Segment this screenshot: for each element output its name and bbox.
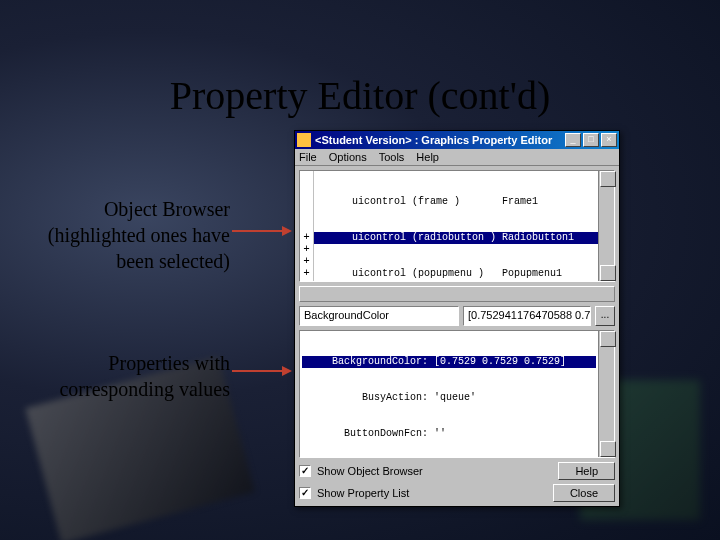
menu-file[interactable]: File xyxy=(299,151,317,163)
close-button[interactable]: × xyxy=(601,133,617,147)
menu-tools[interactable]: Tools xyxy=(379,151,405,163)
show-proplist-label: Show Property List xyxy=(317,487,547,499)
property-editor-window: <Student Version> : Graphics Property Ed… xyxy=(294,130,620,507)
arrow-to-browser xyxy=(232,230,290,232)
close-window-button[interactable]: Close xyxy=(553,484,615,502)
object-browser-list[interactable]: uicontrol (frame ) Frame1 uicontrol (rad… xyxy=(314,171,598,281)
help-button[interactable]: Help xyxy=(558,462,615,480)
bottom-row-1: Show Object Browser Help xyxy=(299,462,615,480)
app-icon xyxy=(297,133,311,147)
window-title: <Student Version> : Graphics Property Ed… xyxy=(315,134,563,146)
ellipsis-button[interactable]: ... xyxy=(595,306,615,326)
property-list-panel: BackgroundColor: [0.7529 0.7529 0.7529] … xyxy=(299,330,615,458)
menu-help[interactable]: Help xyxy=(416,151,439,163)
minimize-button[interactable]: _ xyxy=(565,133,581,147)
menu-options[interactable]: Options xyxy=(329,151,367,163)
maximize-button[interactable]: □ xyxy=(583,133,599,147)
list-item[interactable]: BackgroundColor: [0.7529 0.7529 0.7529] xyxy=(302,356,596,368)
property-edit-row: BackgroundColor [0.752941176470588 0.752… xyxy=(299,306,615,326)
list-item[interactable]: uicontrol (popupmenu ) Popupmenu1 xyxy=(314,268,598,280)
browser-hscrollbar[interactable] xyxy=(299,286,615,302)
proplist-scrollbar[interactable] xyxy=(598,331,614,457)
tree-expand-column[interactable]: + + + + xyxy=(300,171,314,281)
show-browser-checkbox[interactable] xyxy=(299,465,311,477)
list-item[interactable]: BusyAction: 'queue' xyxy=(302,392,596,404)
list-item[interactable]: ButtonDownFcn: '' xyxy=(302,428,596,440)
annotation-object-browser: Object Browser (highlighted ones have be… xyxy=(20,196,230,274)
property-list[interactable]: BackgroundColor: [0.7529 0.7529 0.7529] … xyxy=(300,331,598,457)
titlebar[interactable]: <Student Version> : Graphics Property Ed… xyxy=(295,131,619,149)
list-item[interactable]: uicontrol (radiobutton ) Radiobutton1 xyxy=(314,232,598,244)
browser-scrollbar[interactable] xyxy=(598,171,614,281)
show-browser-label: Show Object Browser xyxy=(317,465,552,477)
bottom-row-2: Show Property List Close xyxy=(299,484,615,502)
slide-title: Property Editor (cont'd) xyxy=(0,72,720,119)
property-value-field[interactable]: [0.752941176470588 0.75294 xyxy=(463,306,591,326)
object-browser-panel: + + + + uicontrol (frame ) Frame1 uicont… xyxy=(299,170,615,282)
show-proplist-checkbox[interactable] xyxy=(299,487,311,499)
property-name-field[interactable]: BackgroundColor xyxy=(299,306,459,326)
menubar: File Options Tools Help xyxy=(295,149,619,166)
arrow-to-properties xyxy=(232,370,290,372)
list-item[interactable]: uicontrol (frame ) Frame1 xyxy=(314,196,598,208)
annotation-properties: Properties with corresponding values xyxy=(20,350,230,402)
